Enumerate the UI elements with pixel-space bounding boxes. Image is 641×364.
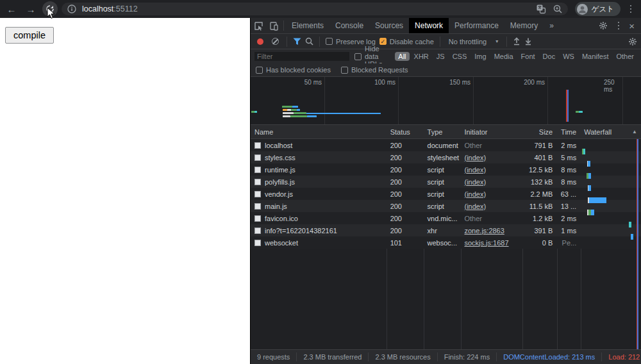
hide-data-urls-checkbox[interactable] xyxy=(354,53,362,60)
filter-icon[interactable] xyxy=(293,38,301,46)
url-bar[interactable]: localhost:55112 xyxy=(62,3,568,15)
cell-initiator[interactable]: sockjs.js:1687 xyxy=(460,239,522,247)
search-icon[interactable] xyxy=(305,37,313,46)
cell-time: 13 ... xyxy=(556,203,580,210)
tab-sources[interactable]: Sources xyxy=(369,18,409,33)
cell-initiator[interactable]: zone.js:2863 xyxy=(460,227,522,235)
column-header-initiator[interactable]: Initiator xyxy=(460,128,522,136)
network-request-row[interactable]: info?t=1622014382161200xhrzone.js:286339… xyxy=(251,224,641,236)
filter-pill-manifest[interactable]: Manifest xyxy=(579,52,612,61)
filter-pill-font[interactable]: Font xyxy=(518,52,538,61)
initiator-link[interactable]: (index) xyxy=(464,203,486,210)
cell-name[interactable]: styles.css xyxy=(251,154,387,161)
inspect-element-button[interactable] xyxy=(251,19,266,32)
column-header-size[interactable]: Size xyxy=(522,128,556,136)
network-request-row[interactable]: runtime.js200script(index)12.5 kB8 ms xyxy=(251,163,641,176)
network-request-row[interactable]: vendor.js200script(index)2.2 MB63 ... xyxy=(251,188,641,200)
cell-status: 101 xyxy=(387,239,424,247)
devtools-menu-button[interactable] xyxy=(613,21,624,31)
column-header-status[interactable]: Status xyxy=(387,128,424,136)
filter-pill-js[interactable]: JS xyxy=(433,52,448,61)
initiator-link[interactable]: (index) xyxy=(464,154,486,161)
zoom-icon[interactable] xyxy=(553,4,563,14)
has-blocked-cookies-label: Has blocked cookies xyxy=(266,66,331,74)
network-request-row[interactable]: localhost200documentOther791 B2 ms xyxy=(251,139,641,151)
cell-initiator[interactable]: (index) xyxy=(460,203,522,210)
profile-chip[interactable]: ゲスト xyxy=(575,2,620,16)
filter-pill-ws[interactable]: WS xyxy=(560,52,578,61)
filter-pill-xhr[interactable]: XHR xyxy=(411,52,432,61)
tab-performance[interactable]: Performance xyxy=(449,18,504,33)
network-overview-timeline[interactable]: 50 ms100 ms150 ms200 ms250 ms xyxy=(251,77,641,125)
site-info-icon[interactable] xyxy=(67,4,77,14)
blocked-requests-checkbox[interactable] xyxy=(341,67,348,74)
filter-pill-css[interactable]: CSS xyxy=(449,52,470,61)
overview-tick-label: 150 ms xyxy=(449,79,473,86)
network-request-row[interactable]: websocket101websoc...sockjs.js:16870 BPe… xyxy=(251,236,641,249)
back-button[interactable]: ← xyxy=(4,1,19,17)
cell-status: 200 xyxy=(387,166,424,174)
cell-initiator[interactable]: (index) xyxy=(460,166,522,174)
cell-initiator[interactable]: (index) xyxy=(460,178,522,186)
import-har-icon[interactable] xyxy=(513,37,520,46)
column-header-name[interactable]: Name xyxy=(251,128,387,136)
tab-network[interactable]: Network xyxy=(409,18,449,33)
network-request-row[interactable]: polyfills.js200script(index)132 kB8 ms xyxy=(251,176,641,188)
browser-menu-button[interactable] xyxy=(626,4,636,14)
cell-name[interactable]: runtime.js xyxy=(251,166,387,174)
disable-cache-checkbox[interactable]: ✓ xyxy=(379,38,387,45)
compile-button[interactable]: compile xyxy=(5,27,54,44)
tab-memory[interactable]: Memory xyxy=(504,18,544,33)
initiator-link[interactable]: (index) xyxy=(464,178,486,186)
tab-elements[interactable]: Elements xyxy=(286,18,329,33)
more-tabs-button[interactable]: » xyxy=(544,21,560,30)
has-blocked-cookies-toggle[interactable]: Has blocked cookies xyxy=(256,66,331,74)
cell-name[interactable]: main.js xyxy=(251,203,387,210)
export-har-icon[interactable] xyxy=(524,37,532,46)
cell-name[interactable]: polyfills.js xyxy=(251,178,387,186)
filter-pill-media[interactable]: Media xyxy=(491,52,517,61)
cell-type: xhr xyxy=(424,227,461,235)
has-blocked-cookies-checkbox[interactable] xyxy=(256,67,263,74)
request-name: polyfills.js xyxy=(265,178,295,186)
initiator-link[interactable]: sockjs.js:1687 xyxy=(464,239,508,247)
cell-name[interactable]: vendor.js xyxy=(251,190,387,198)
clear-button[interactable] xyxy=(272,38,279,45)
cell-initiator[interactable]: (index) xyxy=(460,190,522,198)
network-request-row[interactable]: favicon.ico200vnd.mic...Other1.2 kB2 ms xyxy=(251,212,641,224)
initiator-link[interactable]: zone.js:2863 xyxy=(464,227,504,235)
cell-initiator[interactable]: (index) xyxy=(460,154,522,161)
tab-console[interactable]: Console xyxy=(329,18,369,33)
column-header-time[interactable]: Time xyxy=(556,128,580,136)
cell-name[interactable]: favicon.ico xyxy=(251,215,387,222)
network-conditions-gear-icon[interactable] xyxy=(628,37,637,46)
translate-icon[interactable] xyxy=(536,4,546,14)
record-button[interactable] xyxy=(257,38,263,45)
initiator-link[interactable]: (index) xyxy=(464,190,486,198)
throttling-select[interactable]: No throttling ▾ xyxy=(446,38,501,46)
preserve-log-toggle[interactable]: Preserve log xyxy=(326,38,376,46)
filter-pill-all[interactable]: All xyxy=(395,52,409,61)
cell-name[interactable]: localhost xyxy=(251,142,387,149)
device-toolbar-button[interactable] xyxy=(266,19,281,32)
devtools-settings-button[interactable] xyxy=(595,19,611,32)
disable-cache-toggle[interactable]: ✓ Disable cache xyxy=(379,38,434,46)
cell-name[interactable]: info?t=1622014382161 xyxy=(251,227,387,235)
cell-time: 8 ms xyxy=(556,166,580,174)
blocked-requests-toggle[interactable]: Blocked Requests xyxy=(341,66,408,74)
initiator-link[interactable]: (index) xyxy=(464,166,486,174)
filter-input[interactable] xyxy=(254,52,349,61)
cell-time: 2 ms xyxy=(556,215,580,222)
table-header-row[interactable]: NameStatusTypeInitiatorSizeTimeWaterfall… xyxy=(251,125,641,139)
cell-name[interactable]: websocket xyxy=(251,239,387,247)
forward-button[interactable]: → xyxy=(23,1,38,17)
filter-pill-other[interactable]: Other xyxy=(613,52,637,61)
network-request-row[interactable]: main.js200script(index)11.5 kB13 ... xyxy=(251,200,641,212)
column-header-waterfall[interactable]: Waterfall▲ xyxy=(580,128,641,136)
filter-pill-img[interactable]: Img xyxy=(471,52,489,61)
devtools-close-button[interactable]: × xyxy=(626,21,637,31)
column-header-type[interactable]: Type xyxy=(424,128,461,136)
preserve-log-checkbox[interactable] xyxy=(326,38,333,45)
filter-pill-doc[interactable]: Doc xyxy=(540,52,559,61)
overview-waterfall-bar xyxy=(294,112,306,114)
